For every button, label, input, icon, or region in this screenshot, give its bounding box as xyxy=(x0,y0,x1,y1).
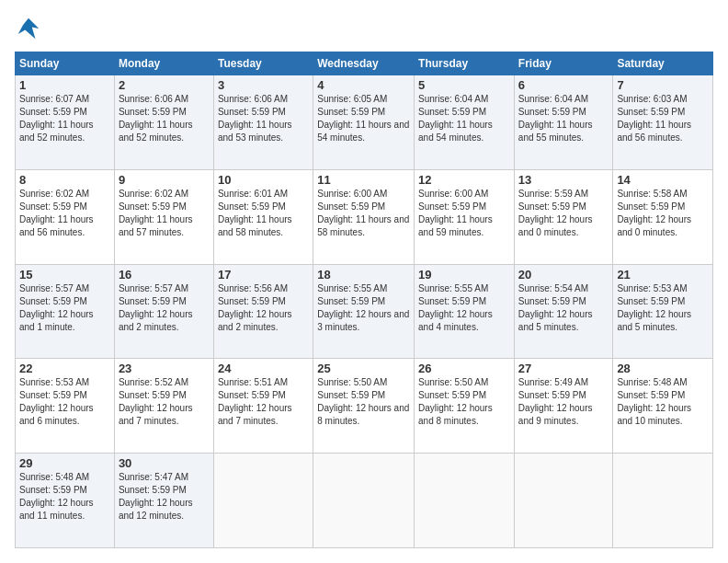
page: SundayMondayTuesdayWednesdayThursdayFrid… xyxy=(0,0,728,563)
cell-info-text: Sunrise: 5:55 AM Sunset: 5:59 PM Dayligh… xyxy=(418,282,510,334)
cell-info-text: Sunrise: 5:59 AM Sunset: 5:59 PM Dayligh… xyxy=(518,188,609,239)
calendar-cell xyxy=(213,454,313,548)
calendar-cell: 12Sunrise: 6:00 AM Sunset: 5:59 PM Dayli… xyxy=(415,169,515,264)
calendar-day-header: Saturday xyxy=(613,52,713,75)
cell-info-text: Sunrise: 5:50 AM Sunset: 5:59 PM Dayligh… xyxy=(317,376,410,428)
cell-date-number: 16 xyxy=(119,268,210,282)
cell-info-text: Sunrise: 6:04 AM Sunset: 5:59 PM Dayligh… xyxy=(518,93,609,144)
cell-date-number: 22 xyxy=(19,362,110,375)
cell-date-number: 28 xyxy=(617,362,709,375)
calendar-cell: 1Sunrise: 6:07 AM Sunset: 5:59 PM Daylig… xyxy=(16,75,115,170)
cell-info-text: Sunrise: 5:47 AM Sunset: 5:59 PM Dayligh… xyxy=(119,471,210,523)
logo xyxy=(15,15,44,42)
calendar-cell: 27Sunrise: 5:49 AM Sunset: 5:59 PM Dayli… xyxy=(514,359,613,454)
cell-info-text: Sunrise: 6:00 AM Sunset: 5:59 PM Dayligh… xyxy=(418,188,510,239)
calendar-day-header: Thursday xyxy=(415,52,515,75)
cell-info-text: Sunrise: 5:53 AM Sunset: 5:59 PM Dayligh… xyxy=(19,376,110,428)
cell-info-text: Sunrise: 5:52 AM Sunset: 5:59 PM Dayligh… xyxy=(119,376,210,428)
cell-date-number: 12 xyxy=(418,173,510,187)
cell-date-number: 1 xyxy=(19,78,110,92)
cell-info-text: Sunrise: 6:00 AM Sunset: 5:59 PM Dayligh… xyxy=(317,188,410,239)
calendar-cell: 25Sunrise: 5:50 AM Sunset: 5:59 PM Dayli… xyxy=(313,359,415,454)
cell-info-text: Sunrise: 5:49 AM Sunset: 5:59 PM Dayligh… xyxy=(518,376,609,428)
calendar-cell: 20Sunrise: 5:54 AM Sunset: 5:59 PM Dayli… xyxy=(514,264,613,359)
calendar-week-row: 1Sunrise: 6:07 AM Sunset: 5:59 PM Daylig… xyxy=(16,75,713,170)
calendar-week-row: 15Sunrise: 5:57 AM Sunset: 5:59 PM Dayli… xyxy=(16,264,713,359)
cell-date-number: 14 xyxy=(617,173,709,187)
cell-date-number: 5 xyxy=(418,78,510,92)
calendar-cell: 17Sunrise: 5:56 AM Sunset: 5:59 PM Dayli… xyxy=(213,264,313,359)
cell-info-text: Sunrise: 6:05 AM Sunset: 5:59 PM Dayligh… xyxy=(317,93,410,144)
cell-info-text: Sunrise: 6:03 AM Sunset: 5:59 PM Dayligh… xyxy=(617,93,709,144)
calendar-day-header: Wednesday xyxy=(313,52,415,75)
cell-date-number: 6 xyxy=(518,78,609,92)
cell-date-number: 26 xyxy=(418,362,510,375)
calendar-cell: 22Sunrise: 5:53 AM Sunset: 5:59 PM Dayli… xyxy=(16,359,115,454)
cell-info-text: Sunrise: 5:51 AM Sunset: 5:59 PM Dayligh… xyxy=(218,376,309,428)
cell-date-number: 9 xyxy=(119,173,210,187)
cell-date-number: 27 xyxy=(518,362,609,375)
calendar-cell: 3Sunrise: 6:06 AM Sunset: 5:59 PM Daylig… xyxy=(213,75,313,170)
cell-info-text: Sunrise: 6:02 AM Sunset: 5:59 PM Dayligh… xyxy=(119,188,210,239)
calendar-cell: 5Sunrise: 6:04 AM Sunset: 5:59 PM Daylig… xyxy=(415,75,515,170)
calendar-cell: 4Sunrise: 6:05 AM Sunset: 5:59 PM Daylig… xyxy=(313,75,415,170)
cell-date-number: 19 xyxy=(418,268,510,282)
cell-info-text: Sunrise: 5:58 AM Sunset: 5:59 PM Dayligh… xyxy=(617,188,709,239)
calendar-day-header: Tuesday xyxy=(213,52,313,75)
cell-date-number: 30 xyxy=(119,456,210,470)
calendar-cell: 15Sunrise: 5:57 AM Sunset: 5:59 PM Dayli… xyxy=(16,264,115,359)
calendar-week-row: 8Sunrise: 6:02 AM Sunset: 5:59 PM Daylig… xyxy=(16,169,713,264)
cell-date-number: 4 xyxy=(317,78,410,92)
cell-info-text: Sunrise: 6:02 AM Sunset: 5:59 PM Dayligh… xyxy=(19,188,110,239)
cell-date-number: 2 xyxy=(119,78,210,92)
calendar-cell: 14Sunrise: 5:58 AM Sunset: 5:59 PM Dayli… xyxy=(613,169,713,264)
calendar-day-header: Friday xyxy=(514,52,613,75)
cell-info-text: Sunrise: 5:57 AM Sunset: 5:59 PM Dayligh… xyxy=(19,282,110,334)
calendar-cell xyxy=(415,454,515,548)
cell-date-number: 13 xyxy=(518,173,609,187)
calendar-cell: 26Sunrise: 5:50 AM Sunset: 5:59 PM Dayli… xyxy=(415,359,515,454)
cell-date-number: 7 xyxy=(617,78,709,92)
cell-date-number: 23 xyxy=(119,362,210,375)
cell-info-text: Sunrise: 5:48 AM Sunset: 5:59 PM Dayligh… xyxy=(19,471,110,523)
calendar-cell xyxy=(514,454,613,548)
calendar-week-row: 29Sunrise: 5:48 AM Sunset: 5:59 PM Dayli… xyxy=(16,454,713,548)
cell-info-text: Sunrise: 6:06 AM Sunset: 5:59 PM Dayligh… xyxy=(119,93,210,144)
cell-info-text: Sunrise: 5:50 AM Sunset: 5:59 PM Dayligh… xyxy=(418,376,510,428)
calendar-cell: 16Sunrise: 5:57 AM Sunset: 5:59 PM Dayli… xyxy=(114,264,213,359)
calendar-cell: 11Sunrise: 6:00 AM Sunset: 5:59 PM Dayli… xyxy=(313,169,415,264)
cell-date-number: 15 xyxy=(19,268,110,282)
calendar-cell: 7Sunrise: 6:03 AM Sunset: 5:59 PM Daylig… xyxy=(613,75,713,170)
calendar-cell: 18Sunrise: 5:55 AM Sunset: 5:59 PM Dayli… xyxy=(313,264,415,359)
cell-date-number: 18 xyxy=(317,268,410,282)
cell-info-text: Sunrise: 5:55 AM Sunset: 5:59 PM Dayligh… xyxy=(317,282,410,334)
cell-info-text: Sunrise: 5:57 AM Sunset: 5:59 PM Dayligh… xyxy=(119,282,210,334)
calendar-table: SundayMondayTuesdayWednesdayThursdayFrid… xyxy=(15,52,713,548)
logo-icon xyxy=(15,15,42,42)
cell-date-number: 10 xyxy=(218,173,309,187)
cell-date-number: 20 xyxy=(518,268,609,282)
calendar-week-row: 22Sunrise: 5:53 AM Sunset: 5:59 PM Dayli… xyxy=(16,359,713,454)
calendar-cell: 24Sunrise: 5:51 AM Sunset: 5:59 PM Dayli… xyxy=(213,359,313,454)
calendar-cell: 30Sunrise: 5:47 AM Sunset: 5:59 PM Dayli… xyxy=(114,454,213,548)
calendar-cell: 13Sunrise: 5:59 AM Sunset: 5:59 PM Dayli… xyxy=(514,169,613,264)
cell-info-text: Sunrise: 6:07 AM Sunset: 5:59 PM Dayligh… xyxy=(19,93,110,144)
calendar-cell: 28Sunrise: 5:48 AM Sunset: 5:59 PM Dayli… xyxy=(613,359,713,454)
calendar-cell xyxy=(613,454,713,548)
calendar-cell: 10Sunrise: 6:01 AM Sunset: 5:59 PM Dayli… xyxy=(213,169,313,264)
header xyxy=(15,15,713,42)
calendar-day-header: Monday xyxy=(114,52,213,75)
cell-date-number: 3 xyxy=(218,78,309,92)
cell-info-text: Sunrise: 6:01 AM Sunset: 5:59 PM Dayligh… xyxy=(218,188,309,239)
cell-date-number: 11 xyxy=(317,173,410,187)
calendar-cell: 9Sunrise: 6:02 AM Sunset: 5:59 PM Daylig… xyxy=(114,169,213,264)
calendar-cell: 6Sunrise: 6:04 AM Sunset: 5:59 PM Daylig… xyxy=(514,75,613,170)
cell-info-text: Sunrise: 5:56 AM Sunset: 5:59 PM Dayligh… xyxy=(218,282,309,334)
cell-date-number: 25 xyxy=(317,362,410,375)
cell-date-number: 8 xyxy=(19,173,110,187)
calendar-cell: 21Sunrise: 5:53 AM Sunset: 5:59 PM Dayli… xyxy=(613,264,713,359)
calendar-cell: 23Sunrise: 5:52 AM Sunset: 5:59 PM Dayli… xyxy=(114,359,213,454)
cell-info-text: Sunrise: 5:48 AM Sunset: 5:59 PM Dayligh… xyxy=(617,376,709,428)
cell-info-text: Sunrise: 6:06 AM Sunset: 5:59 PM Dayligh… xyxy=(218,93,309,144)
cell-date-number: 17 xyxy=(218,268,309,282)
